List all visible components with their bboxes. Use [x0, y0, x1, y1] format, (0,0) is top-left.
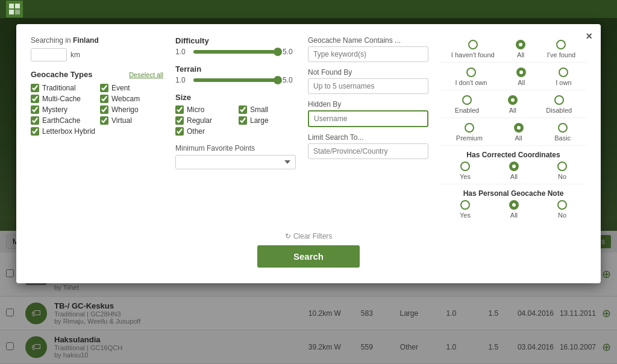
- modal-body: Searching in Finland km Geocache Types D…: [31, 36, 586, 222]
- corrected-radio-all-circle[interactable]: [509, 162, 519, 171]
- size-micro-checkbox[interactable]: [175, 105, 184, 114]
- found-radio-not-found: I haven't found: [451, 40, 495, 58]
- premium-radio-row: Premium All Basic: [440, 123, 586, 142]
- note-group-label: Has Personal Geocache Note: [440, 189, 586, 198]
- enabled-radio-disabled-label: Disabled: [546, 107, 572, 114]
- found-radio-all-circle[interactable]: [516, 40, 525, 49]
- type-virtual-checkbox[interactable]: [100, 116, 108, 125]
- search-button[interactable]: Search: [257, 245, 360, 268]
- clear-filters-button[interactable]: ↻ Clear Filters: [285, 232, 333, 240]
- type-webcam-checkbox[interactable]: [100, 95, 108, 103]
- found-radio-found-circle[interactable]: [556, 40, 566, 49]
- premium-radio-all-circle[interactable]: [514, 123, 524, 133]
- note-radio-all-circle[interactable]: [509, 200, 519, 210]
- found-radio-not-found-circle[interactable]: [468, 40, 478, 49]
- own-radio-group: I don't own All I own: [440, 64, 586, 90]
- not-found-by-input[interactable]: [308, 78, 428, 94]
- refresh-icon: ↻: [285, 232, 291, 240]
- terrain-thumb[interactable]: [274, 76, 282, 84]
- modal-footer: ↻ Clear Filters Search: [31, 232, 586, 268]
- size-other-checkbox[interactable]: [175, 127, 184, 136]
- enabled-radio-disabled-circle[interactable]: [554, 95, 564, 105]
- difficulty-slider-row: 1.0 5.0: [175, 48, 296, 56]
- corrected-radio-yes-circle[interactable]: [460, 162, 470, 171]
- difficulty-thumb[interactable]: [274, 48, 282, 56]
- size-micro-label: Micro: [187, 105, 204, 114]
- enabled-radio-row: Enabled All Disabled: [440, 95, 586, 114]
- km-row: km: [31, 48, 163, 61]
- note-radio-no: No: [557, 200, 567, 219]
- type-multicache-label: Multi-Cache: [42, 95, 81, 103]
- km-input[interactable]: [31, 48, 67, 61]
- premium-radio-basic-circle[interactable]: [558, 123, 568, 133]
- own-radio-not-own-label: I don't own: [455, 79, 487, 86]
- note-radio-all: All: [509, 200, 519, 219]
- premium-radio-premium-circle[interactable]: [465, 123, 474, 133]
- type-traditional-checkbox[interactable]: [31, 84, 39, 92]
- type-event-label: Event: [111, 84, 130, 92]
- size-regular-checkbox[interactable]: [175, 116, 184, 125]
- own-radio-own: I own: [556, 67, 571, 86]
- limit-search-input[interactable]: [308, 143, 428, 159]
- min-fav-select[interactable]: 10 25 50 100: [175, 155, 296, 169]
- size-small-checkbox[interactable]: [239, 105, 247, 114]
- app-logo: [6, 1, 23, 17]
- found-radio-found: I've found: [547, 40, 575, 58]
- own-radio-all-label: All: [518, 79, 525, 86]
- hidden-by-input[interactable]: [308, 110, 428, 127]
- min-fav-section: Minimum Favorite Points 10 25 50 100: [175, 144, 296, 169]
- terrain-title: Terrain: [175, 64, 296, 74]
- type-letterbox-checkbox[interactable]: [31, 127, 39, 136]
- clear-filters-label: Clear Filters: [293, 232, 333, 240]
- geocache-name-input[interactable]: [308, 46, 428, 62]
- found-radio-not-found-label: I haven't found: [451, 51, 495, 58]
- size-small: Small: [239, 105, 296, 114]
- found-radio-row: I haven't found All I've found: [440, 40, 586, 58]
- searching-in-place: Finland: [73, 36, 99, 45]
- size-large-checkbox[interactable]: [239, 116, 247, 125]
- limit-search-label: Limit Search To...: [308, 133, 428, 142]
- middle-right-column: Geocache Name Contains ... Not Found By …: [308, 36, 428, 222]
- type-multicache-checkbox[interactable]: [31, 95, 39, 103]
- geocache-types-header: Geocache Types Deselect all: [31, 70, 163, 79]
- terrain-min-val: 1.0: [175, 76, 189, 84]
- type-letterbox-label: Letterbox Hybrid: [42, 127, 95, 136]
- type-mystery-checkbox[interactable]: [31, 105, 39, 114]
- difficulty-max-val: 5.0: [283, 48, 296, 56]
- own-radio-own-circle[interactable]: [559, 67, 568, 77]
- type-wherigo-checkbox[interactable]: [100, 105, 108, 114]
- corrected-radio-all-label: All: [510, 173, 518, 180]
- size-regular-label: Regular: [187, 116, 212, 125]
- corrected-group-label: Has Corrected Coordinates: [440, 151, 586, 159]
- difficulty-title: Difficulty: [175, 36, 296, 45]
- deselect-all-link[interactable]: Deselect all: [129, 71, 163, 78]
- hidden-by-label: Hidden By: [308, 100, 428, 108]
- type-earthcache: EarthCache: [31, 116, 94, 125]
- note-radio-no-circle[interactable]: [557, 200, 567, 210]
- enabled-radio-enabled-label: Enabled: [455, 107, 479, 114]
- enabled-radio-all: All: [508, 95, 518, 114]
- type-earthcache-checkbox[interactable]: [31, 116, 39, 125]
- difficulty-track: [193, 50, 278, 54]
- enabled-radio-all-circle[interactable]: [508, 95, 518, 105]
- hidden-by-section: Hidden By: [308, 100, 428, 127]
- search-modal: × Searching in Finland km Geocache Types…: [16, 24, 601, 283]
- not-found-by-label: Not Found By: [308, 68, 428, 77]
- close-button[interactable]: ×: [586, 30, 592, 43]
- geocache-name-label: Geocache Name Contains ...: [308, 36, 428, 45]
- terrain-max-val: 5.0: [283, 76, 296, 84]
- difficulty-fill: [193, 50, 278, 54]
- geocache-types-title: Geocache Types: [31, 70, 92, 79]
- own-radio-all-circle[interactable]: [516, 67, 526, 77]
- type-traditional: Traditional: [31, 84, 94, 92]
- difficulty-section: Difficulty 1.0 5.0: [175, 36, 296, 56]
- type-letterbox: Letterbox Hybrid: [31, 127, 163, 136]
- middle-left-column: Difficulty 1.0 5.0 Terrain 1.0: [175, 36, 296, 222]
- enabled-radio-enabled-circle[interactable]: [462, 95, 472, 105]
- note-radio-yes-circle[interactable]: [460, 200, 470, 210]
- type-event-checkbox[interactable]: [100, 84, 108, 92]
- corrected-radio-yes: Yes: [460, 162, 471, 180]
- own-radio-not-own-circle[interactable]: [466, 67, 476, 77]
- type-webcam-label: Webcam: [111, 95, 140, 103]
- corrected-radio-no-circle[interactable]: [557, 162, 567, 171]
